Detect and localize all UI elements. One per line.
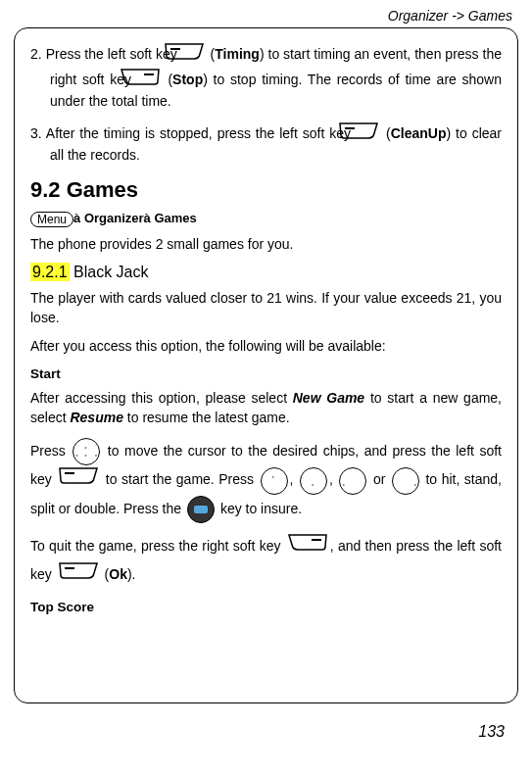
round-key-icon: • [300, 467, 327, 495]
left-softkey-icon [358, 121, 379, 147]
ok-key-icon [187, 496, 215, 523]
nav-key-icon: •••• [73, 438, 100, 465]
bc-games: Games [151, 211, 197, 225]
play-t3: to start the game. Press [106, 471, 259, 487]
svg-rect-0 [170, 48, 180, 50]
subsection-title: 9.2.1 Black Jack [30, 264, 502, 281]
topscore-label: Top Score [30, 600, 502, 614]
play-comma1: , [290, 471, 298, 487]
svg-rect-2 [345, 127, 355, 129]
round-key-icon: • [392, 467, 419, 495]
quit-para: To quit the game, press the right soft k… [30, 533, 502, 589]
left-softkey-icon [58, 466, 99, 495]
right-softkey-icon [287, 533, 328, 561]
step3-cleanup: CleanUp [391, 124, 447, 140]
step3-num: 3. [30, 124, 42, 140]
step2-t1: Press the left soft key [42, 46, 181, 62]
step2-timing: Timing [215, 46, 260, 62]
play-t5: key to insure. [220, 501, 302, 516]
subsection-name: Black Jack [70, 264, 149, 280]
start-label: Start [30, 366, 502, 381]
bc-organizer: Organizer [80, 211, 143, 225]
round-key-icon: • [261, 467, 288, 495]
quit-t1: To quit the game, press the right soft k… [30, 538, 285, 554]
svg-rect-5 [65, 567, 74, 569]
breadcrumb: Menuà Organizerà Games [30, 211, 502, 227]
quit-ok: Ok [109, 566, 127, 582]
start-t1: After accessing this option, please sele… [30, 390, 293, 406]
blackjack-desc: The player with cards valued closer to 2… [30, 289, 502, 327]
step2-stop: Stop [172, 71, 203, 86]
step2-num: 2. [30, 46, 42, 62]
page-number: 133 [14, 723, 505, 741]
play-comma2: , [329, 471, 337, 487]
play-t1: Press [30, 443, 71, 459]
svg-rect-1 [144, 73, 154, 75]
round-key-icon: • [339, 467, 366, 495]
intro-text: The phone provides 2 small games for you… [30, 235, 502, 255]
svg-rect-3 [65, 472, 74, 474]
step3-t1: After the timing is stopped, press the l… [42, 124, 356, 140]
bc-sep2: à [144, 211, 151, 225]
step-3: 3. After the timing is stopped, press th… [30, 121, 502, 166]
step-2: 2. Press the left soft key (Timing) to s… [30, 42, 502, 112]
start-resume: Resume [70, 410, 122, 425]
section-title: 9.2 Games [30, 177, 502, 203]
right-softkey-icon [139, 68, 161, 93]
left-softkey-icon [58, 561, 99, 590]
left-softkey-icon [183, 42, 205, 68]
page-header: Organizer -> Games [14, 8, 512, 24]
content-frame: 2. Press the left soft key (Timing) to s… [14, 27, 518, 703]
blackjack-after: After you access this option, the follow… [30, 337, 502, 357]
quit-t3: . [132, 566, 136, 582]
start-t3: to resume the latest game. [123, 410, 290, 425]
play-or: or [368, 471, 390, 487]
start-para: After accessing this option, please sele… [30, 389, 502, 427]
start-newgame: New Game [293, 390, 364, 406]
play-para: Press •••• to move the cursor to the des… [30, 437, 502, 523]
subsection-number: 9.2.1 [30, 263, 70, 281]
svg-rect-4 [312, 539, 321, 541]
menu-pill: Menu [30, 212, 73, 227]
